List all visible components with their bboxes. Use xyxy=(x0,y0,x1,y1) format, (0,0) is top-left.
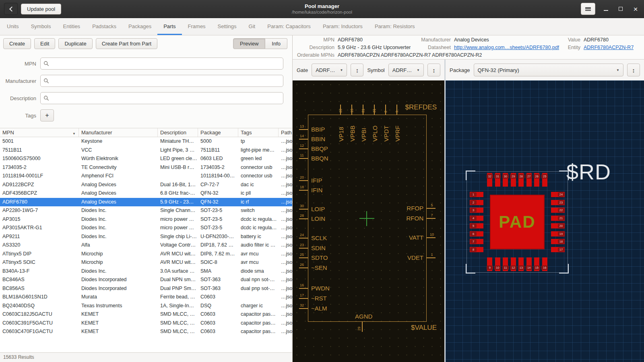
column-header-path[interactable]: Path xyxy=(279,128,292,137)
table-cell: B340A-13-F xyxy=(0,267,79,276)
column-header-description[interactable]: Description xyxy=(158,128,198,137)
column-header-package[interactable]: Package xyxy=(198,128,238,137)
back-button[interactable] xyxy=(4,3,18,15)
table-cell: …json xyxy=(279,284,292,293)
tab-param-capacitors[interactable]: Param: Capacitors xyxy=(261,18,317,35)
pad-number: 3 xyxy=(470,208,477,212)
table-cell: AS3320 xyxy=(0,241,79,250)
table-cell: DIP8, 7.62 m… xyxy=(198,250,238,259)
tab-parts[interactable]: Parts xyxy=(157,18,182,35)
table-row[interactable]: AP3015Diodes Inc.micro power …SOT-23-5dc… xyxy=(0,215,292,224)
create-part-from-part-button[interactable]: Create Part from Part xyxy=(96,38,158,49)
column-header-mpn[interactable]: MPN▼ xyxy=(0,128,79,137)
mpn-search-input[interactable] xyxy=(40,58,283,70)
table-row[interactable]: C0603C391F5GACTUKEMETSMD MLCC, …C0603cap… xyxy=(0,319,292,328)
goto-gate-button[interactable]: ↕ xyxy=(351,64,363,76)
tab-param-inductors[interactable]: Param: Inductors xyxy=(317,18,369,35)
table-row[interactable]: ADF4356BCPZAnalog Devices6.8 GHz frac-…Q… xyxy=(0,189,292,198)
table-row[interactable]: C0603C470F1GACTUKEMETSMD MLCC, …C0603cap… xyxy=(0,327,292,336)
info-toggle-button[interactable]: Info xyxy=(265,38,287,49)
package-combobox[interactable]: QFN-32 (Primary) ▼ xyxy=(474,64,623,76)
part-preview-panel: MPNADRF6780 ManufacturerAnalog Devices V… xyxy=(293,35,644,362)
pin-number: 11 xyxy=(297,153,307,157)
menu-button[interactable] xyxy=(581,3,595,15)
table-row[interactable]: AP3015AKTR-G1Diodes Inc.micro power …SOT… xyxy=(0,224,292,232)
table-cell: Diodes Incorporated xyxy=(79,284,158,293)
table-cell: C0603 xyxy=(198,327,238,336)
table-cell: …json xyxy=(279,276,292,284)
table-row[interactable]: 150060GS75000Würth ElektronikLED green c… xyxy=(0,154,292,163)
minimize-button[interactable] xyxy=(601,4,610,13)
edit-button[interactable]: Edit xyxy=(34,38,55,49)
package-combobox-value: QFN-32 (Primary) xyxy=(478,67,613,73)
table-row[interactable]: BLM18AG601SN1DMurataFerrite bead, …C0603… xyxy=(0,293,292,302)
tab-param-resistors[interactable]: Param: Resistors xyxy=(369,18,421,35)
symbol-label: Symbol xyxy=(367,67,384,73)
package-preview-canvas[interactable]: $RD3231302928272625910111213141516123456… xyxy=(446,80,644,362)
table-row[interactable]: AS3320AlfaVoltage Contr…DIP18, 7.62 …aud… xyxy=(0,241,292,250)
pin-number: 14 xyxy=(297,134,307,138)
gate-combobox[interactable]: ADRF67… ▼ xyxy=(312,64,347,76)
table-row[interactable]: 10118194-0001LFAmphenol FCI10118194-00…c… xyxy=(0,172,292,181)
tab-settings[interactable]: Settings xyxy=(212,18,243,35)
column-header-tags[interactable]: Tags xyxy=(238,128,279,137)
table-row[interactable]: C0603C182J5GACTUKEMETSMD MLCC, …C0603cap… xyxy=(0,310,292,319)
table-row[interactable]: ATtinyx5 DIPMicrochipAVR MCU wit…DIP8, 7… xyxy=(0,250,292,259)
table-cell: SOT-363 xyxy=(198,276,238,284)
table-row[interactable]: B340A-13-FDiodes Inc.3.0A surface …SMAdi… xyxy=(0,267,292,276)
description-search-input[interactable] xyxy=(40,92,283,104)
mpn-value: ADRF6780 xyxy=(338,36,363,44)
table-cell: LED green cle… xyxy=(158,154,198,163)
table-row[interactable]: 7511B11VCCLight Pipe, 3 …7511B11light-pi… xyxy=(0,146,292,155)
table-row[interactable]: 5001KeystoneMiniature TH…5000tp…json xyxy=(0,137,292,146)
table-row[interactable]: AP9211Diodes Inc.Single chip Li-…U-DFN20… xyxy=(0,232,292,241)
parts-toolbar: Create Edit Duplicate Create Part from P… xyxy=(0,35,292,52)
table-cell: …json xyxy=(279,206,292,215)
goto-symbol-button[interactable]: ↕ xyxy=(427,64,440,76)
table-cell: dcdc ic regula… xyxy=(238,224,279,232)
table-row[interactable]: BQ24040DSQTexas Instruments1A, Single-In… xyxy=(0,302,292,311)
duplicate-button[interactable]: Duplicate xyxy=(58,38,92,49)
table-cell: ADRF6780 xyxy=(0,198,79,207)
table-row[interactable]: ATtinyx5 SOICMicrochipAVR MCU wit…SOIC-8… xyxy=(0,258,292,267)
table-row[interactable]: BC856ASDiodes IncorporatedDual PNP Sm…SO… xyxy=(0,284,292,293)
pin-line xyxy=(299,180,308,181)
table-cell: …json xyxy=(279,319,292,328)
table-cell: Microchip xyxy=(79,250,158,259)
manufacturer-search-input[interactable] xyxy=(40,75,283,87)
column-header-manufacturer[interactable]: Manufacturer xyxy=(79,128,158,137)
goto-package-button[interactable]: ↕ xyxy=(627,64,640,76)
tab-frames[interactable]: Frames xyxy=(182,18,212,35)
table-row[interactable]: AD9122BCPZAnalog DevicesDual 16-Bit, 1…C… xyxy=(0,181,292,189)
pad-number: 32 xyxy=(487,174,493,179)
datasheet-link[interactable]: http://www.analog.com…sheets/ADRF6780.pd… xyxy=(454,44,559,51)
pin-name: RFOP xyxy=(407,205,423,212)
table-row[interactable]: ADRF6780Analog Devices5.9 GHz - 23…QFN-3… xyxy=(0,198,292,207)
tab-packages[interactable]: Packages xyxy=(122,18,157,35)
tab-padstacks[interactable]: Padstacks xyxy=(86,18,122,35)
table-row[interactable]: 1734035-2TE ConnectivityMini USB-B r…173… xyxy=(0,163,292,172)
preview-toggle-button[interactable]: Preview xyxy=(233,38,265,49)
back-icon xyxy=(9,6,14,12)
table-cell: Ferrite bead, … xyxy=(158,293,198,302)
add-tag-button[interactable]: + xyxy=(40,109,54,121)
pin-name: VDET xyxy=(407,254,423,261)
close-button[interactable]: × xyxy=(631,4,640,13)
tab-symbols[interactable]: Symbols xyxy=(25,18,57,35)
symbol-combobox[interactable]: ADRF67… ▼ xyxy=(388,64,424,76)
table-body[interactable]: 5001KeystoneMiniature TH…5000tp…json7511… xyxy=(0,137,292,352)
table-row[interactable]: AP2280-1WG-7Diodes Inc.Single Chann…SOT-… xyxy=(0,206,292,215)
tab-units[interactable]: Units xyxy=(1,18,25,35)
tab-entities[interactable]: Entities xyxy=(57,18,86,35)
pin-number: 13 xyxy=(297,124,307,128)
table-row[interactable]: BC846ASDiodes IncorporatedDual NPN sm…SO… xyxy=(0,276,292,284)
maximize-button[interactable] xyxy=(616,4,625,13)
table-cell: …json xyxy=(279,232,292,241)
update-pool-button[interactable]: Update pool xyxy=(21,4,61,14)
create-button[interactable]: Create xyxy=(3,38,31,49)
table-cell: …json xyxy=(279,302,292,311)
table-cell: Voltage Contr… xyxy=(158,241,198,250)
symbol-preview-canvas[interactable]: 13BBIP14BBIN12BBQP11BBQN20IFIP18IFIN30LO… xyxy=(293,80,444,362)
entity-link[interactable]: ADRF6780ACPZN-R7 xyxy=(584,44,634,51)
tab-git[interactable]: Git xyxy=(243,18,262,35)
